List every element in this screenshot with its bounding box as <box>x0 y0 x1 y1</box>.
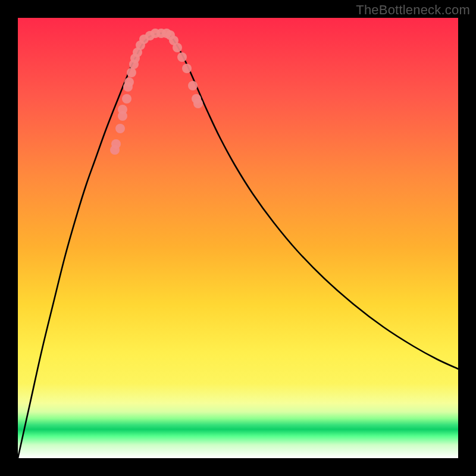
chart-frame: TheBottleneck.com <box>0 0 476 476</box>
data-point <box>182 64 192 73</box>
data-point <box>177 52 187 62</box>
data-point <box>122 94 131 104</box>
data-point <box>193 99 203 108</box>
data-point <box>127 68 136 77</box>
data-point <box>118 105 127 114</box>
watermark-text: TheBottleneck.com <box>356 2 470 18</box>
curve-svg <box>18 18 458 458</box>
data-point <box>115 124 125 133</box>
plot-area <box>18 18 458 458</box>
bottleneck-curve <box>18 33 458 458</box>
data-point <box>111 139 121 149</box>
data-point <box>173 43 182 52</box>
data-point <box>188 81 198 90</box>
data-point <box>124 77 134 87</box>
